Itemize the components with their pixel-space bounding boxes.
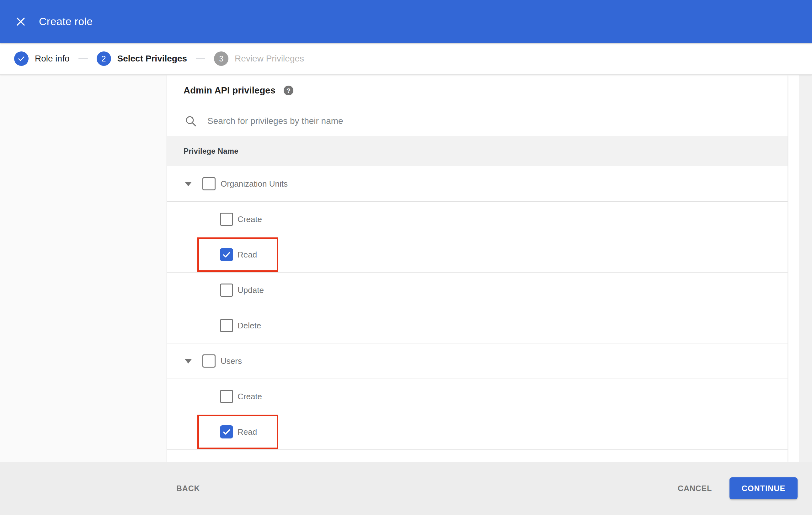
step-connector bbox=[79, 58, 88, 59]
expand-arrow-icon[interactable] bbox=[185, 182, 192, 186]
step-label: Select Privileges bbox=[117, 54, 187, 64]
privilege-label: Read bbox=[237, 237, 257, 273]
privilege-row: Read bbox=[167, 414, 787, 450]
privilege-row: Users bbox=[167, 343, 787, 379]
privilege-row: Create bbox=[167, 379, 787, 414]
cancel-button[interactable]: CANCEL bbox=[678, 484, 712, 493]
footer-right-actions: CANCEL CONTINUE bbox=[678, 462, 798, 515]
privilege-row: Create bbox=[167, 202, 787, 237]
expand-arrow-icon[interactable] bbox=[185, 359, 192, 364]
privilege-checkbox[interactable] bbox=[202, 355, 215, 368]
privilege-label: Read bbox=[237, 414, 257, 450]
privilege-label: Organization Units bbox=[221, 166, 288, 202]
table-header-label: Privilege Name bbox=[183, 147, 238, 156]
privilege-checkbox[interactable] bbox=[202, 177, 215, 190]
privilege-label: Create bbox=[237, 379, 262, 414]
help-icon[interactable]: ? bbox=[284, 86, 293, 95]
panel-title: Admin API privileges bbox=[183, 85, 276, 96]
privilege-checkbox[interactable] bbox=[220, 390, 233, 403]
search-icon bbox=[184, 115, 197, 128]
privilege-row: Organization Units bbox=[167, 166, 787, 202]
privilege-checkbox[interactable] bbox=[220, 213, 233, 226]
footer-bar: BACK CANCEL CONTINUE bbox=[0, 462, 812, 515]
privilege-row: Update bbox=[167, 273, 787, 308]
back-button[interactable]: BACK bbox=[176, 462, 200, 515]
step-select-privileges[interactable]: 2 Select Privileges bbox=[97, 52, 187, 66]
step-role-info[interactable]: Role info bbox=[14, 52, 70, 66]
step-done-circle bbox=[14, 52, 29, 66]
privilege-checkbox-checked[interactable] bbox=[220, 248, 233, 261]
step-label: Review Privileges bbox=[235, 54, 304, 64]
step-connector bbox=[196, 58, 205, 59]
privilege-row: Delete bbox=[167, 308, 787, 343]
dialog-title: Create role bbox=[39, 16, 93, 28]
privilege-label: Delete bbox=[237, 308, 261, 343]
scrollbar-track[interactable] bbox=[799, 74, 812, 462]
step-number-circle: 2 bbox=[97, 52, 111, 66]
privilege-label: Users bbox=[221, 343, 242, 379]
table-header: Privilege Name bbox=[167, 136, 787, 166]
search-row bbox=[167, 106, 787, 136]
checkmark-icon bbox=[17, 55, 25, 63]
left-sidebar bbox=[0, 74, 167, 462]
search-input[interactable] bbox=[207, 116, 678, 126]
step-label: Role info bbox=[35, 54, 70, 64]
step-number-circle: 3 bbox=[214, 52, 228, 66]
panel-header: Admin API privileges ? bbox=[167, 75, 787, 106]
privilege-checkbox[interactable] bbox=[220, 319, 233, 332]
privilege-label: Update bbox=[237, 273, 264, 308]
close-button[interactable] bbox=[11, 12, 30, 31]
privilege-checkbox-checked[interactable] bbox=[220, 425, 233, 438]
step-review-privileges: 3 Review Privileges bbox=[214, 52, 304, 66]
close-icon bbox=[16, 16, 26, 27]
privilege-row: Read bbox=[167, 237, 787, 273]
app-bar: Create role bbox=[0, 0, 812, 43]
privileges-panel: Admin API privileges ? Privilege Name Or… bbox=[167, 75, 787, 462]
stepper: Role info 2 Select Privileges 3 Review P… bbox=[0, 43, 812, 74]
privilege-table-body: Organization UnitsCreateReadUpdateDelete… bbox=[167, 166, 787, 450]
privilege-label: Create bbox=[237, 202, 262, 237]
continue-button[interactable]: CONTINUE bbox=[729, 477, 798, 499]
privilege-checkbox[interactable] bbox=[220, 283, 233, 297]
